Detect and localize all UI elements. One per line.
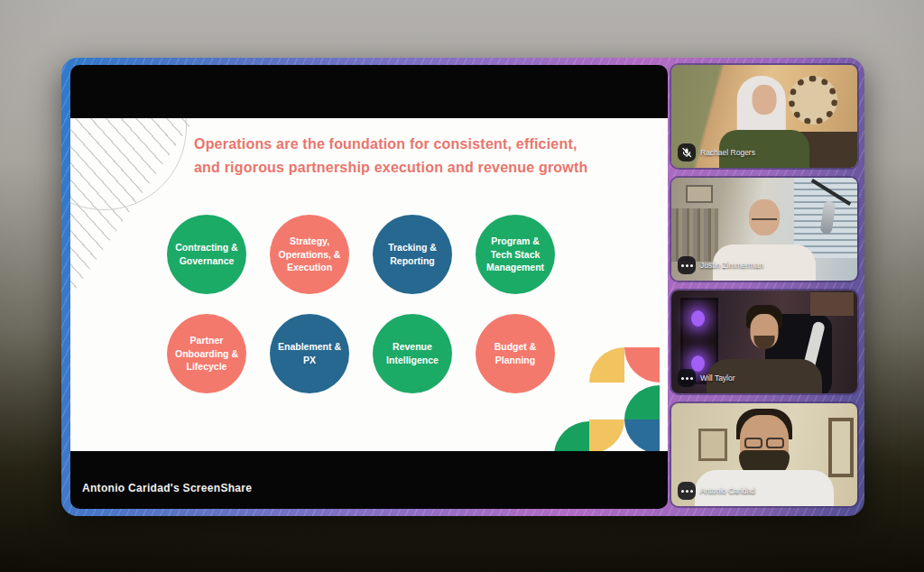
participant-badge: Justin Zimmerman [678, 256, 763, 274]
bubble-partner-onboarding: Partner Onboarding & Lifecycle [167, 314, 246, 393]
bubble-contracting-governance: Contracting & Governance [167, 215, 246, 294]
bubble-label: Tracking & Reporting [381, 241, 444, 267]
bubble-label: Program & Tech Stack Management [484, 235, 547, 274]
participant-name-label: Will Taylor [700, 374, 735, 383]
more-icon[interactable] [678, 482, 696, 500]
more-icon[interactable] [678, 369, 696, 387]
participant-tiles-column: Rachael Rogers Justin [670, 63, 859, 508]
bubble-label: Strategy, Operations, & Execution [278, 235, 341, 274]
quarter-circle-decoration [554, 421, 589, 451]
participant-name-label: Antonio Caridad [700, 486, 755, 495]
video-tile-antonio-caridad[interactable]: Antonio Caridad [670, 401, 859, 508]
slide-title: Operations are the foundation for consis… [194, 133, 587, 179]
bubble-label: Partner Onboarding & Lifecycle [175, 334, 238, 374]
call-frame: Operations are the foundation for consis… [61, 58, 864, 516]
participant-badge: Rachael Rogers [678, 143, 755, 161]
participant-badge: Antonio Caridad [678, 482, 755, 500]
quarter-circle-decoration [624, 420, 660, 451]
screen-share-presenter-label: Antonio Caridad's ScreenShare [82, 482, 252, 494]
bubble-revenue-intelligence: Revenue Intelligence [373, 314, 452, 393]
bubble-strategy-operations-execution: Strategy, Operations, & Execution [270, 215, 349, 294]
bubble-enablement-px: Enablement & PX [270, 314, 349, 393]
avatar-glasses [752, 214, 777, 220]
meeting-window: Operations are the foundation for consis… [0, 0, 924, 572]
participant-name-label: Rachael Rogers [700, 148, 755, 157]
video-tile-will-taylor[interactable]: Will Taylor [670, 289, 859, 395]
bubble-label: Budget & Planning [484, 340, 547, 366]
screen-share-area: Operations are the foundation for consis… [70, 65, 668, 509]
quarter-circle-decoration [624, 347, 660, 383]
bubble-budget-planning: Budget & Planning [476, 314, 555, 393]
participant-badge: Will Taylor [678, 369, 735, 387]
avatar-glasses [742, 438, 787, 449]
slide-title-line-1: Operations are the foundation for consis… [194, 133, 587, 156]
bubble-label: Contracting & Governance [175, 241, 238, 267]
avatar-face [753, 85, 777, 115]
quarter-circle-decoration [589, 420, 624, 451]
quarter-circle-decoration [624, 385, 660, 420]
bubble-program-tech-stack: Program & Tech Stack Management [476, 215, 555, 294]
video-tile-justin-zimmerman[interactable]: Justin Zimmerman [670, 176, 859, 282]
bubble-label: Revenue Intelligence [381, 340, 444, 366]
mic-muted-icon[interactable] [678, 143, 696, 161]
presentation-slide: Operations are the foundation for consis… [70, 118, 668, 451]
bubble-label: Enablement & PX [278, 340, 341, 366]
participant-name-label: Justin Zimmerman [700, 261, 763, 270]
circle-arc-decoration [70, 118, 187, 210]
quarter-circle-decoration [589, 347, 624, 383]
bubble-tracking-reporting: Tracking & Reporting [373, 215, 452, 294]
slide-title-line-2: and rigorous partnership execution and r… [194, 156, 587, 180]
more-icon[interactable] [678, 256, 696, 274]
video-tile-rachael-rogers[interactable]: Rachael Rogers [670, 63, 859, 170]
